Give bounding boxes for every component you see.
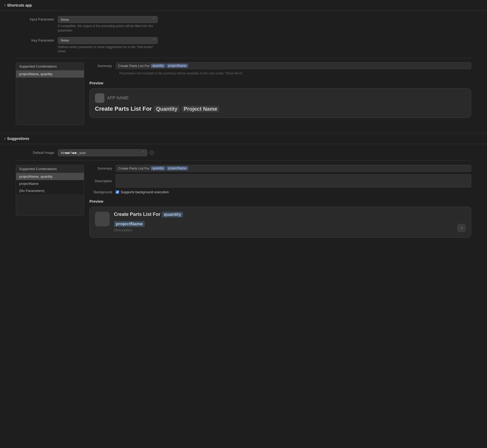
suggestions-combinations-table: Supported Combinations projectName, quan…: [16, 165, 84, 216]
suggestions-combinations-panel: Supported Combinations projectName, quan…: [16, 165, 84, 238]
key-parameter-row: Key Parameter None ⌃ Defines which param…: [16, 37, 471, 54]
shortcuts-two-column: Supported Combinations projectName, quan…: [16, 62, 471, 125]
sug-preview-param-quantity: quantity: [162, 212, 183, 217]
sug-summary-static-text: Create Parts List For: [118, 166, 150, 170]
key-parameter-hint: Defines which parameter to show suggesti…: [58, 45, 158, 54]
summary-tag-quantity[interactable]: quantity: [151, 64, 165, 68]
suggestions-summary-label: Summary: [89, 166, 116, 170]
suggestions-preview-icon: [95, 212, 110, 226]
default-image-select[interactable]: Wr■■Pi■■r_Icon: [58, 149, 147, 156]
suggestions-preview-content: Create Parts List For quantity projectNa…: [114, 212, 453, 232]
suggestions-preview-description: Description: [114, 228, 453, 232]
preview-app-icon: [95, 93, 104, 103]
description-row: Description: [89, 174, 471, 187]
shortcuts-section-content: Input Parameter None ⌃ If compatible, th…: [0, 11, 487, 133]
sug-combinations-empty: [16, 194, 84, 215]
shortcuts-preview-label: Preview: [89, 81, 471, 85]
summary-static-text: Create Parts List For: [118, 64, 150, 68]
combinations-row-selected[interactable]: projectName, quantity: [16, 70, 84, 78]
input-parameter-hint: If compatible, the output of the precedi…: [58, 24, 158, 33]
suggestions-preview-container: Preview Create Parts List For quantity p…: [89, 199, 471, 238]
key-parameter-label: Key Parameter: [16, 37, 58, 42]
preview-app-name: APP NAME: [107, 96, 129, 100]
shortcuts-preview-card: APP NAME Create Parts List For Quantity …: [89, 88, 471, 118]
sug-preview-action-text: Create Parts List For: [114, 212, 160, 217]
shortcuts-right-panel: Summary Create Parts List For quantity p…: [89, 62, 471, 125]
shortcuts-section-header[interactable]: ▾ Shortcuts app: [0, 0, 487, 11]
background-row: Background Supports background execution: [89, 190, 471, 194]
suggestions-right-panel: Summary Create Parts List For quantity p…: [89, 165, 471, 238]
default-image-row: Default Image Wr■■Pi■■r_Icon ⌃ ⓘ: [16, 149, 471, 156]
combinations-empty-area: [16, 78, 84, 125]
default-image-group: Wr■■Pi■■r_Icon ⌃ ⓘ: [58, 149, 471, 156]
default-image-select-wrapper: Wr■■Pi■■r_Icon ⌃: [58, 149, 147, 156]
preview-action-title: Create Parts List For Quantity Project N…: [95, 105, 466, 112]
default-image-control-row: Wr■■Pi■■r_Icon ⌃ ⓘ: [58, 149, 471, 156]
shortcuts-preview-container: Preview APP NAME Create Parts List For Q…: [89, 81, 471, 118]
sug-preview-param-projectname: projectName: [114, 221, 145, 227]
suggestions-preview-title: Create Parts List For quantity projectNa…: [114, 212, 453, 227]
key-parameter-select-wrapper: None ⌃: [58, 37, 158, 44]
input-parameter-label: Input Parameter: [16, 16, 58, 21]
sug-combo-row-2[interactable]: (No Parameters): [16, 187, 84, 194]
shortcuts-combinations-panel: Supported Combinations projectName, quan…: [16, 62, 84, 125]
suggestions-section-content: Default Image Wr■■Pi■■r_Icon ⌃ ⓘ: [0, 144, 487, 246]
sug-combo-row-1[interactable]: projectName: [16, 180, 84, 187]
shortcuts-summary-row: Summary Create Parts List For quantity p…: [89, 62, 471, 69]
input-parameter-select-wrapper: None ⌃: [58, 16, 158, 23]
background-checkbox[interactable]: [116, 190, 119, 194]
suggestions-combinations-header: Supported Combinations: [16, 165, 84, 173]
suggestions-summary-bar: Create Parts List For quantity projectNa…: [116, 165, 471, 172]
suggestions-two-column: Supported Combinations projectName, quan…: [16, 165, 471, 238]
description-input[interactable]: [116, 174, 471, 187]
export-icon-button[interactable]: ↗: [457, 224, 466, 232]
shortcuts-section-title: Shortcuts app: [7, 3, 32, 7]
suggestions-section-title: Suggestions: [7, 136, 29, 141]
preview-action-text: Create Parts List For: [95, 105, 152, 112]
key-parameter-group: None ⌃ Defines which parameter to show s…: [58, 37, 471, 54]
shortcuts-summary-hint: Parameters not included in the summary w…: [116, 71, 247, 76]
chevron-icon: ▾: [4, 4, 6, 7]
suggestions-section-header[interactable]: ▾ Suggestions: [0, 133, 487, 144]
background-checkbox-label: Supports background execution: [121, 190, 169, 194]
suggestions-summary-row: Summary Create Parts List For quantity p…: [89, 165, 471, 172]
background-checkbox-row: Supports background execution: [116, 190, 169, 194]
description-label: Description: [89, 179, 116, 183]
background-label: Background: [89, 190, 116, 194]
summary-tag-projectname[interactable]: projectName: [166, 64, 188, 68]
shortcuts-summary-bar: Create Parts List For quantity projectNa…: [116, 62, 471, 69]
suggestions-section: ▾ Suggestions Default Image Wr■■Pi■■r_Ic…: [0, 133, 487, 246]
preview-param-projectname: Project Name: [182, 106, 220, 112]
input-parameter-group: None ⌃ If compatible, the output of the …: [58, 16, 471, 33]
suggestions-preview-card: Create Parts List For quantity projectNa…: [89, 207, 471, 238]
input-parameter-select[interactable]: None: [58, 16, 158, 23]
shortcuts-summary-label: Summary: [89, 64, 116, 68]
suggestions-chevron-icon: ▾: [4, 137, 6, 140]
key-parameter-select[interactable]: None: [58, 37, 158, 44]
default-image-info-icon[interactable]: ⓘ: [149, 150, 154, 155]
default-image-label: Default Image: [16, 149, 58, 155]
suggestions-preview-label: Preview: [89, 199, 471, 203]
shortcuts-combinations-table: Supported Combinations projectName, quan…: [16, 62, 84, 125]
combinations-table-header: Supported Combinations: [16, 63, 84, 70]
input-parameter-row: Input Parameter None ⌃ If compatible, th…: [16, 16, 471, 33]
preview-app-row: APP NAME: [95, 93, 466, 103]
preview-param-quantity: Quantity: [154, 106, 179, 112]
shortcuts-app-section: ▾ Shortcuts app Input Parameter None ⌃ I…: [0, 0, 487, 133]
sug-summary-tag-quantity[interactable]: quantity: [151, 166, 165, 170]
sug-summary-tag-projectname[interactable]: projectName: [166, 166, 188, 170]
sug-combo-row-0[interactable]: projectName, quantity: [16, 173, 84, 180]
